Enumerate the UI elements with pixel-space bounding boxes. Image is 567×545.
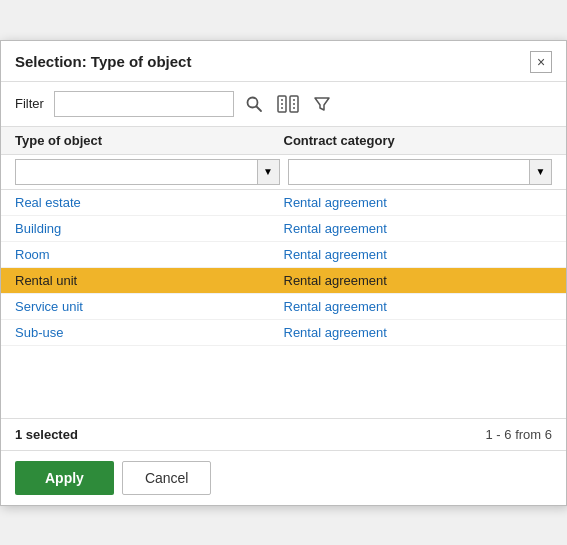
table-row[interactable]: Sub-useRental agreement [1,320,566,346]
cell-type: Rental unit [15,273,284,288]
action-bar: Apply Cancel [1,450,566,505]
column-chooser-icon [277,95,299,113]
type-filter-input[interactable] [15,159,258,185]
type-filter-arrow[interactable]: ▼ [258,159,280,185]
filter-icon [314,96,330,112]
contract-filter-dropdown: ▼ [288,159,553,185]
cell-contract: Rental agreement [284,273,553,288]
cell-contract: Rental agreement [284,195,553,210]
svg-line-1 [256,106,261,111]
table-row[interactable]: RoomRental agreement [1,242,566,268]
cancel-button[interactable]: Cancel [122,461,212,495]
contract-filter-arrow[interactable]: ▼ [530,159,552,185]
pagination-info: 1 - 6 from 6 [486,427,552,442]
contract-filter-input[interactable] [288,159,531,185]
cell-contract: Rental agreement [284,299,553,314]
table-row[interactable]: Real estateRental agreement [1,190,566,216]
type-filter-dropdown: ▼ [15,159,280,185]
column-chooser-button[interactable] [274,90,302,118]
cell-contract: Rental agreement [284,221,553,236]
col-header-contract: Contract category [284,133,553,148]
dialog-header: Selection: Type of object × [1,41,566,82]
cell-type: Sub-use [15,325,284,340]
cell-type: Building [15,221,284,236]
search-button[interactable] [240,90,268,118]
filter-button[interactable] [308,90,336,118]
table-row[interactable]: Rental unitRental agreement [1,268,566,294]
column-headers: Type of object Contract category [1,127,566,155]
cell-contract: Rental agreement [284,325,553,340]
cell-type: Real estate [15,195,284,210]
table-row[interactable]: BuildingRental agreement [1,216,566,242]
selected-count: 1 selected [15,427,78,442]
table: Type of object Contract category ▼ ▼ Rea… [1,127,566,410]
footer-bar: 1 selected 1 - 6 from 6 [1,418,566,450]
table-row[interactable]: Service unitRental agreement [1,294,566,320]
col-header-type: Type of object [15,133,284,148]
filter-dropdowns: ▼ ▼ [1,155,566,190]
search-icon [245,95,263,113]
filter-input[interactable] [54,91,234,117]
filter-row: Filter [1,82,566,127]
cell-type: Service unit [15,299,284,314]
cell-type: Room [15,247,284,262]
rows-area: Real estateRental agreementBuildingRenta… [1,190,566,410]
svg-marker-10 [315,98,329,110]
dialog-title: Selection: Type of object [15,53,191,70]
cell-contract: Rental agreement [284,247,553,262]
filter-label: Filter [15,96,44,111]
apply-button[interactable]: Apply [15,461,114,495]
close-button[interactable]: × [530,51,552,73]
selection-dialog: Selection: Type of object × Filter [0,40,567,506]
